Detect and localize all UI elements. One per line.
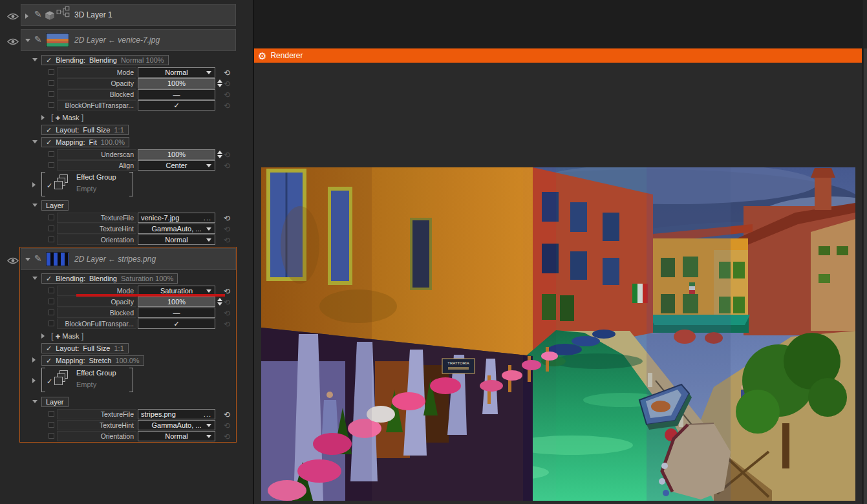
gear-icon[interactable]: ⚙ bbox=[258, 51, 266, 61]
texture-hint-dropdown[interactable]: GammaAuto, ... bbox=[138, 224, 215, 234]
mapping-section-header[interactable]: Mapping: Fit 100.0% bbox=[41, 137, 129, 147]
blocked-toggle[interactable]: — bbox=[138, 89, 215, 100]
opacity-input[interactable]: 100% bbox=[138, 297, 215, 307]
underscan-input[interactable]: 100% bbox=[138, 149, 215, 160]
expand-icon[interactable] bbox=[32, 378, 36, 383]
mapping-section-header[interactable]: Mapping: Stretch 100.0% bbox=[41, 355, 144, 366]
mask-row[interactable]: [ Mask ] bbox=[51, 112, 83, 122]
check-icon[interactable] bbox=[47, 179, 52, 191]
pencil-icon[interactable]: ✎ bbox=[34, 253, 42, 264]
animate-checkbox[interactable] bbox=[48, 91, 54, 97]
animate-checkbox[interactable] bbox=[48, 162, 54, 168]
expand-icon[interactable] bbox=[41, 115, 45, 120]
reset-icon[interactable] bbox=[224, 224, 231, 233]
collapse-icon[interactable] bbox=[25, 39, 30, 42]
effect-group[interactable]: Effect Group Empty bbox=[41, 368, 133, 392]
align-dropdown[interactable]: Center bbox=[138, 160, 215, 171]
animate-checkbox[interactable] bbox=[48, 69, 54, 75]
reset-icon[interactable] bbox=[224, 161, 231, 169]
animate-checkbox[interactable] bbox=[48, 310, 54, 315]
animate-checkbox[interactable] bbox=[48, 320, 54, 326]
animate-checkbox[interactable] bbox=[48, 80, 54, 86]
blocked-toggle[interactable]: — bbox=[138, 308, 215, 318]
pencil-icon[interactable]: ✎ bbox=[34, 9, 42, 19]
check-icon[interactable] bbox=[46, 56, 52, 65]
reset-icon[interactable] bbox=[224, 68, 231, 76]
collapse-icon[interactable] bbox=[32, 140, 37, 143]
expand-icon[interactable] bbox=[25, 14, 28, 19]
check-icon[interactable] bbox=[46, 274, 52, 283]
visibility-eye-icon[interactable] bbox=[7, 36, 19, 44]
reset-icon[interactable] bbox=[224, 150, 231, 158]
mode-dropdown[interactable]: Normal bbox=[138, 67, 215, 78]
layout-section-header[interactable]: Layout: Full Size 1:1 bbox=[41, 125, 129, 135]
reset-icon[interactable] bbox=[224, 308, 231, 317]
animate-checkbox[interactable] bbox=[48, 151, 54, 157]
reset-icon[interactable] bbox=[224, 297, 231, 306]
animate-checkbox[interactable] bbox=[48, 226, 54, 231]
layer-header-stripes[interactable]: ✎ 2D Layer ← stripes.png bbox=[21, 248, 236, 270]
mask-row[interactable]: [ Mask ] bbox=[51, 331, 83, 341]
reset-icon[interactable] bbox=[224, 410, 231, 418]
collapse-icon[interactable] bbox=[32, 400, 37, 403]
layer-section-header[interactable]: Layer bbox=[41, 397, 69, 407]
visibility-eye-icon[interactable] bbox=[7, 255, 19, 263]
block-on-full-transparent-toggle[interactable]: ✓ bbox=[138, 319, 215, 329]
reset-icon[interactable] bbox=[224, 90, 231, 98]
animate-checkbox[interactable] bbox=[48, 422, 54, 428]
collapse-icon[interactable] bbox=[25, 258, 30, 261]
stepper[interactable] bbox=[217, 151, 223, 158]
layout-section-header[interactable]: Layout: Full Size 1:1 bbox=[41, 343, 129, 353]
stepper[interactable] bbox=[217, 79, 223, 87]
check-icon[interactable] bbox=[46, 125, 52, 134]
expand-icon[interactable] bbox=[32, 357, 36, 362]
animate-checkbox[interactable] bbox=[48, 299, 54, 304]
check-icon[interactable] bbox=[47, 375, 52, 386]
opacity-input[interactable]: 100% bbox=[138, 78, 215, 89]
texture-file-input[interactable]: stripes.png... bbox=[138, 409, 215, 419]
layer-header-3d[interactable]: ✎ 3D Layer 1 bbox=[21, 4, 236, 26]
plus-icon[interactable] bbox=[56, 114, 61, 121]
check-icon[interactable] bbox=[46, 356, 52, 365]
collapse-icon[interactable] bbox=[32, 58, 37, 61]
orientation-dropdown[interactable]: Normal bbox=[138, 431, 215, 441]
animate-checkbox[interactable] bbox=[48, 102, 54, 108]
expand-icon[interactable] bbox=[32, 182, 36, 187]
orientation-dropdown[interactable]: Normal bbox=[138, 235, 215, 245]
blending-section-header[interactable]: Blending: Blending Normal 100% bbox=[41, 55, 169, 65]
check-icon[interactable] bbox=[46, 138, 52, 147]
renderer-titlebar[interactable]: ⚙ Renderer bbox=[254, 48, 862, 63]
reset-icon[interactable] bbox=[224, 101, 231, 109]
collapse-icon[interactable] bbox=[32, 277, 37, 280]
texture-file-input[interactable]: venice-7.jpg... bbox=[138, 213, 215, 223]
block-on-full-transparent-toggle[interactable]: ✓ bbox=[138, 100, 215, 110]
layer-header-venice[interactable]: ✎ 2D Layer ← venice-7.jpg bbox=[21, 29, 236, 51]
reset-icon[interactable] bbox=[224, 432, 231, 440]
scrollbar[interactable] bbox=[862, 0, 867, 504]
layer-section-header[interactable]: Layer bbox=[41, 200, 69, 211]
browse-button[interactable]: ... bbox=[204, 410, 211, 419]
browse-button[interactable]: ... bbox=[204, 213, 211, 222]
check-icon[interactable] bbox=[46, 344, 52, 353]
plus-icon[interactable] bbox=[56, 332, 61, 340]
blending-section-header[interactable]: Blending: Blending Saturation 100% bbox=[41, 273, 178, 284]
visibility-eye-icon[interactable] bbox=[7, 11, 19, 19]
reset-icon[interactable] bbox=[224, 319, 231, 328]
animate-checkbox[interactable] bbox=[48, 411, 54, 417]
scrollbar-thumb[interactable] bbox=[864, 48, 867, 504]
reset-icon[interactable] bbox=[224, 235, 231, 244]
collapse-icon[interactable] bbox=[32, 204, 37, 207]
reset-icon[interactable] bbox=[224, 79, 231, 87]
effect-group-icon bbox=[54, 377, 63, 385]
animate-checkbox[interactable] bbox=[48, 215, 54, 220]
animate-checkbox[interactable] bbox=[48, 236, 54, 242]
stepper[interactable] bbox=[217, 298, 223, 306]
animate-checkbox[interactable] bbox=[48, 288, 54, 293]
effect-group[interactable]: Effect Group Empty bbox=[41, 172, 133, 196]
texture-hint-dropdown[interactable]: GammaAuto, ... bbox=[138, 420, 215, 430]
reset-icon[interactable] bbox=[224, 421, 231, 429]
pencil-icon[interactable]: ✎ bbox=[34, 34, 42, 45]
expand-icon[interactable] bbox=[41, 333, 45, 339]
reset-icon[interactable] bbox=[224, 213, 231, 222]
animate-checkbox[interactable] bbox=[48, 433, 54, 439]
